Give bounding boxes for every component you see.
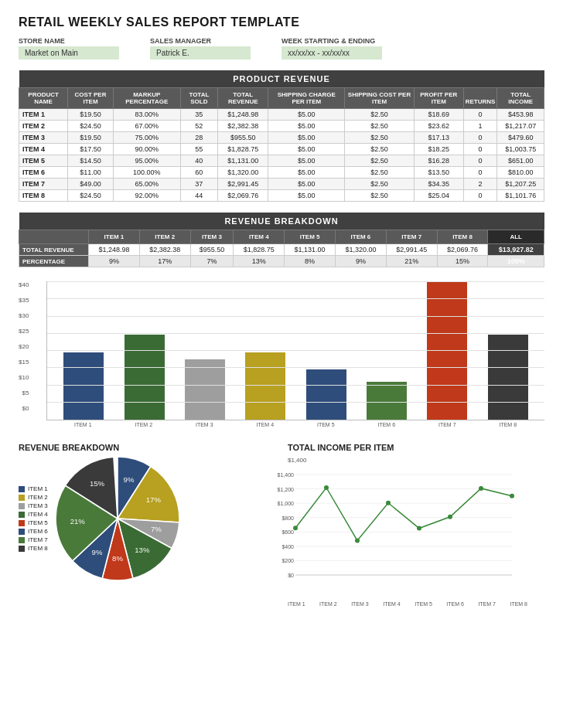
bar [418,281,476,420]
legend-item: ITEM 6 [19,528,48,535]
table-row: ITEM 8$24.5092.00%44$2,069.76$5.00$2.50$… [19,190,544,202]
revenue-row-label: TOTAL REVENUE [19,244,89,256]
legend-label: ITEM 2 [28,494,48,501]
bar-label: ITEM 1 [54,422,112,427]
line-label: ITEM 4 [383,601,401,607]
table-cell: $2.50 [345,179,415,190]
table-cell: 2 [463,179,497,190]
col-header: TOTAL REVENUE [218,88,268,109]
table-cell: ITEM 1 [19,109,68,121]
line-dot [324,485,329,490]
table-cell: $2.50 [345,132,415,144]
legend-item: ITEM 5 [19,519,48,526]
line-dot [386,501,391,505]
table-cell: $5.00 [268,144,345,155]
legend-item: ITEM 1 [19,485,48,492]
table-cell: $1,101.76 [497,190,544,202]
legend-label: ITEM 3 [28,502,48,509]
table-cell: $5.00 [268,121,345,132]
table-cell: $16.28 [414,155,463,167]
legend-item: ITEM 8 [19,545,48,552]
line-label: ITEM 8 [510,601,527,607]
bar [358,281,415,420]
table-cell: 0 [463,132,497,144]
bar-label: ITEM 3 [176,422,234,427]
rev-col-header: ITEM 3 [190,230,234,244]
table-cell: 52 [180,121,217,132]
table-cell: 0 [463,167,497,179]
product-revenue-table: PRODUCT REVENUE PRODUCT NAMECOST PER ITE… [19,70,544,202]
legend-label: ITEM 7 [28,536,48,543]
manager-group: SALES MANAGER Patrick E. [150,37,251,60]
table-cell: 55 [180,144,217,155]
store-name-value: Market on Main [19,46,119,60]
bar-label: ITEM 7 [418,422,476,427]
table-cell: $13.50 [414,167,463,179]
bar-rect [185,359,225,420]
line-label: ITEM 3 [351,601,369,607]
table-cell: $19.50 [68,109,114,121]
bar-rect [245,352,285,420]
table-cell: $2.50 [345,167,415,179]
bar-rect [367,382,407,420]
table-cell: $19.50 [68,132,114,144]
pie-area: ITEM 1ITEM 2ITEM 3ITEM 4ITEM 5ITEM 6ITEM… [19,457,275,582]
bar-rect [63,352,104,420]
bar-label: ITEM 2 [115,422,173,427]
table-cell: $651.00 [497,155,544,167]
y-axis-label: $1,200 [278,487,295,492]
table-cell: ITEM 6 [19,167,68,179]
table-row: ITEM 2$24.5067.00%52$2,382.38$5.00$2.50$… [19,121,544,132]
table-cell: $1,248.98 [218,109,268,121]
table-row: ITEM 4$17.5090.00%55$1,828.75$5.00$2.50$… [19,144,544,155]
rev-col-header: ITEM 2 [139,230,190,244]
store-info: STORE NAME Market on Main SALES MANAGER … [19,37,544,60]
manager-label: SALES MANAGER [150,37,251,45]
table-cell: $5.00 [268,179,345,190]
legend-dot [19,495,25,501]
table-cell: 75.00% [113,132,180,144]
table-cell: $1,828.75 [218,144,268,155]
table-cell: 100.00% [113,167,180,179]
revenue-cell: $13,927.82 [488,244,544,256]
legend-label: ITEM 8 [28,545,48,552]
pie-chart-title: REVENUE BREAKDOWN [19,443,275,452]
table-cell: $23.62 [414,121,463,132]
bottom-charts: REVENUE BREAKDOWN ITEM 1ITEM 2ITEM 3ITEM… [19,443,544,607]
pie-legend: ITEM 1ITEM 2ITEM 3ITEM 4ITEM 5ITEM 6ITEM… [19,485,48,553]
pie-chart-section: REVENUE BREAKDOWN ITEM 1ITEM 2ITEM 3ITEM… [19,443,275,607]
table-cell: $11.00 [68,167,114,179]
revenue-cell: $2,069.76 [437,244,488,256]
table-cell: $18.69 [414,109,463,121]
rev-col-header: ITEM 5 [285,230,336,244]
table-cell: ITEM 8 [19,190,68,202]
percentage-row-label: PERCENTAGE [19,256,89,267]
table-cell: 67.00% [113,121,180,132]
bar-rect [488,335,528,420]
rev-col-headers: ITEM 1ITEM 2ITEM 3ITEM 4ITEM 5ITEM 6ITEM… [19,230,544,244]
pie-label: 13% [135,546,150,554]
line-chart-title: TOTAL INCOME PER ITEM [288,443,544,452]
bar-chart-area: $40 $35 $30 $25 $20 $15 $10 $5 $0 [19,278,544,430]
legend-item: ITEM 2 [19,494,48,501]
line-dot [448,515,452,519]
legend-item: ITEM 3 [19,502,48,509]
legend-label: ITEM 5 [28,519,48,526]
table-cell: 65.00% [113,179,180,190]
rev-col-header: ITEM 1 [89,230,140,244]
table-cell: $5.00 [268,190,345,202]
table-cell: $5.00 [268,109,345,121]
percentage-cell: 17% [139,256,190,267]
pie-label: 21% [70,517,85,526]
revenue-cell: $2,991.45 [386,244,437,256]
table-cell: 0 [463,144,497,155]
table-cell: 95.00% [113,155,180,167]
legend-dot [19,486,25,492]
pie-label: 9% [123,475,134,484]
table-cell: 92.00% [113,190,180,202]
table-cell: $5.00 [268,155,345,167]
revenue-breakdown-header: REVENUE BREAKDOWN [19,213,544,230]
pie-label: 8% [112,554,123,563]
table-cell: $1,003.75 [497,144,544,155]
bar-label: ITEM 4 [237,422,295,427]
